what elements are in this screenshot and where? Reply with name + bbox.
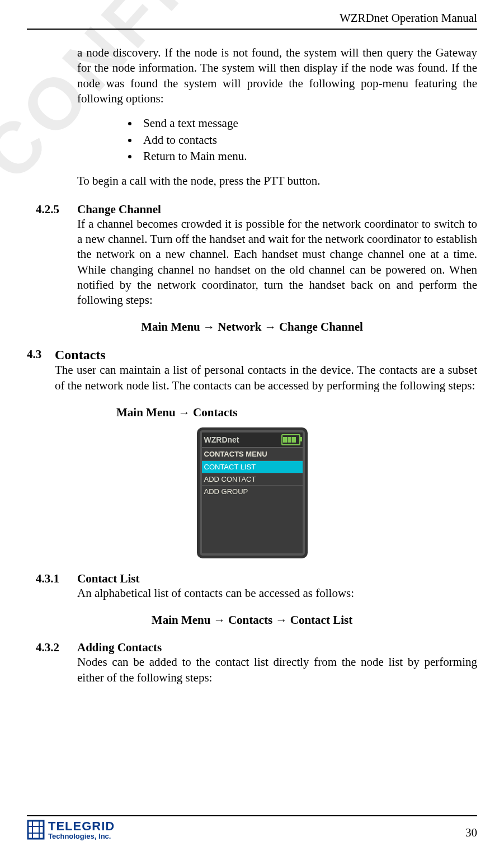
list-item: Send a text message: [139, 115, 477, 131]
device-menu-item-add-group: ADD GROUP: [202, 485, 303, 497]
nav-path-contacts: Main Menu → Contacts: [116, 406, 477, 420]
page-number: 30: [465, 826, 477, 840]
list-item: Add to contacts: [139, 132, 477, 148]
section-body-432: Nodes can be added to the contact list d…: [77, 655, 477, 685]
section-body-431: An alphabetical list of contacts can be …: [77, 586, 477, 601]
section-number-431: 4.3.1: [36, 572, 77, 586]
telegrid-logo: TELEGRID Technologies, Inc.: [27, 820, 115, 840]
section-title-change-channel: Change Channel: [77, 203, 161, 217]
device-menu-item-add-contact: ADD CONTACT: [202, 473, 303, 485]
list-item: Return to Main menu.: [139, 148, 477, 164]
nav-path-change-channel: Main Menu → Network → Change Channel: [27, 320, 477, 334]
logo-sub-text: Technologies, Inc.: [48, 833, 115, 840]
section-title-contacts: Contacts: [55, 347, 106, 363]
section-title-contact-list: Contact List: [77, 572, 139, 586]
intro-paragraph-2: To begin a call with the node, press the…: [77, 173, 477, 189]
section-body-425: If a channel becomes crowded it is possi…: [77, 217, 477, 308]
document-header: WZRDnet Operation Manual: [27, 11, 477, 30]
section-number-425: 4.2.5: [36, 203, 77, 217]
section-number-43: 4.3: [27, 347, 55, 363]
options-list: Send a text message Add to contacts Retu…: [116, 115, 477, 164]
logo-main-text: TELEGRID: [48, 820, 115, 833]
section-body-43: The user can maintain a list of personal…: [55, 363, 477, 393]
device-menu-item-contact-list: CONTACT LIST: [202, 460, 303, 473]
section-number-432: 4.3.2: [36, 641, 77, 655]
device-menu-title: CONTACTS MENU: [202, 447, 303, 460]
section-title-adding-contacts: Adding Contacts: [77, 641, 162, 655]
nav-path-contact-list: Main Menu → Contacts → Contact List: [27, 613, 477, 627]
device-screenshot: WZRDnet CONTACTS MENU CONTACT LIST ADD C…: [27, 427, 477, 558]
svg-rect-0: [28, 821, 44, 839]
battery-icon: [281, 434, 300, 445]
device-brand-label: WZRDnet: [204, 435, 239, 444]
page-footer: TELEGRID Technologies, Inc. 30: [27, 815, 477, 840]
logo-icon: [27, 820, 45, 840]
intro-paragraph-1: a node discovery. If the node is not fou…: [77, 45, 477, 106]
